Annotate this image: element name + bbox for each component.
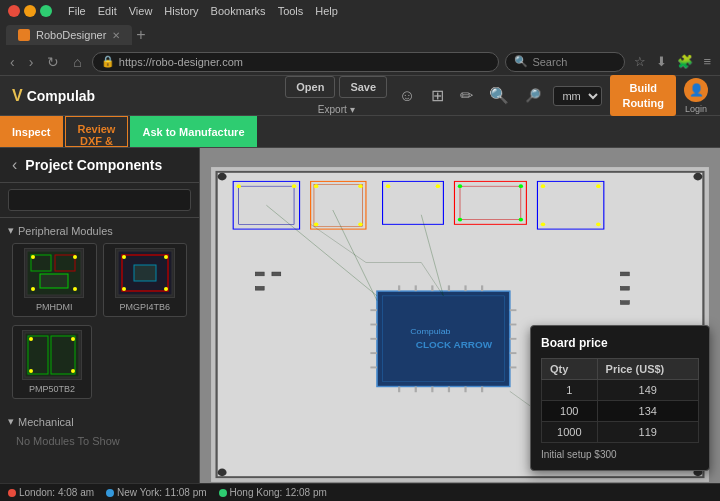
- svg-rect-87: [620, 301, 629, 305]
- close-tab-button[interactable]: ✕: [112, 30, 120, 41]
- menu-bookmarks[interactable]: Bookmarks: [211, 5, 266, 17]
- svg-point-31: [237, 184, 241, 188]
- menu-tools[interactable]: Tools: [278, 5, 304, 17]
- status-london: London: 4:08 am: [8, 487, 94, 498]
- menu-help[interactable]: Help: [315, 5, 338, 17]
- svg-rect-15: [25, 333, 79, 377]
- module-label-pmhdmi: PMHDMI: [36, 302, 73, 312]
- home-button[interactable]: ⌂: [69, 52, 85, 72]
- svg-point-6: [73, 287, 77, 291]
- browser-tab[interactable]: RoboDesigner ✕: [6, 25, 132, 45]
- search-modules-input[interactable]: [8, 189, 191, 211]
- table-row: 1 149: [542, 380, 699, 401]
- url-text: https://robo-designer.com: [119, 56, 243, 68]
- logo-text: Compulab: [27, 88, 95, 104]
- svg-point-44: [458, 184, 462, 188]
- sidebar-back-button[interactable]: ‹: [12, 156, 17, 174]
- save-button[interactable]: Save: [339, 76, 387, 98]
- address-bar[interactable]: 🔒 https://robo-designer.com: [92, 52, 500, 72]
- svg-point-13: [164, 287, 168, 291]
- smiley-tool-icon[interactable]: ☺: [395, 85, 419, 107]
- peripheral-section-label: Peripheral Modules: [18, 225, 113, 237]
- more-icon[interactable]: ≡: [700, 52, 714, 71]
- reload-button[interactable]: ↻: [43, 52, 63, 72]
- menu-edit[interactable]: Edit: [98, 5, 117, 17]
- svg-point-52: [596, 222, 600, 226]
- pencil-tool-icon[interactable]: ✏: [456, 84, 477, 107]
- price-row-2-qty: 100: [542, 401, 598, 422]
- svg-point-26: [693, 173, 702, 181]
- svg-point-18: [29, 337, 33, 341]
- price-popup-title: Board price: [541, 336, 699, 350]
- newyork-time: New York: 11:08 pm: [117, 487, 207, 498]
- new-tab-button[interactable]: +: [136, 26, 145, 44]
- svg-text:CLOCK ARROW: CLOCK ARROW: [416, 341, 493, 350]
- main-content: ‹ Project Components ▾ Peripheral Module…: [0, 148, 720, 501]
- login-text[interactable]: Login: [685, 104, 707, 114]
- tab-bar: RoboDesigner ✕ +: [0, 22, 720, 48]
- app-toolbar-right: Open Save Export ▾ ☺ ⊞ ✏ 🔍 🔎 mm in Build…: [285, 75, 708, 116]
- status-bar: London: 4:08 am New York: 11:08 pm Hong …: [0, 483, 720, 501]
- minimize-window-button[interactable]: [24, 5, 36, 17]
- price-row-3-price: 119: [597, 422, 698, 443]
- open-button[interactable]: Open: [285, 76, 335, 98]
- tab-label: RoboDesigner: [36, 29, 106, 41]
- canvas-area[interactable]: Compulab CLOCK ARROW: [200, 148, 720, 501]
- back-button[interactable]: ‹: [6, 52, 19, 72]
- chevron-down-icon-mech: ▾: [8, 415, 14, 428]
- module-pcb-svg-pmgpi4tb6: [116, 249, 174, 297]
- sidebar-search: [0, 183, 199, 218]
- price-popup: Board price Qty Price (US$) 1 149: [530, 325, 710, 471]
- search-bar[interactable]: 🔍 Search: [505, 52, 625, 72]
- export-button[interactable]: Export ▾: [318, 104, 355, 115]
- svg-rect-84: [255, 286, 264, 290]
- search-placeholder-text: Search: [532, 56, 567, 68]
- ask-manufacture-button[interactable]: Ask to Manufacture: [130, 116, 256, 147]
- maximize-window-button[interactable]: [40, 5, 52, 17]
- window-controls: [8, 5, 52, 17]
- price-table-col-price: Price (US$): [597, 359, 698, 380]
- forward-button[interactable]: ›: [25, 52, 38, 72]
- sidebar: ‹ Project Components ▾ Peripheral Module…: [0, 148, 200, 501]
- extension-icon[interactable]: 🧩: [674, 52, 696, 71]
- london-status-dot: [8, 489, 16, 497]
- grid-tool-icon[interactable]: ⊞: [427, 84, 448, 107]
- svg-rect-85: [620, 272, 629, 276]
- module-card-pmgpi4tb6[interactable]: PMGPI4TB6: [103, 243, 188, 317]
- svg-rect-83: [272, 272, 281, 276]
- mechanical-section-label: Mechanical: [18, 416, 74, 428]
- peripheral-modules-section: ▾ Peripheral Modules: [0, 218, 199, 409]
- mechanical-section-header[interactable]: ▾ Mechanical: [8, 415, 191, 428]
- menu-view[interactable]: View: [129, 5, 153, 17]
- peripheral-section-header[interactable]: ▾ Peripheral Modules: [8, 224, 191, 237]
- menu-file[interactable]: File: [68, 5, 86, 17]
- mechanical-empty-text: No Modules To Show: [8, 431, 128, 451]
- inspect-button[interactable]: Inspect: [0, 116, 63, 147]
- search-icon: 🔍: [514, 55, 528, 68]
- zoom-in-icon[interactable]: 🔍: [485, 84, 513, 107]
- bookmark-icon[interactable]: ☆: [631, 52, 649, 71]
- export-row: Export ▾: [318, 102, 355, 116]
- download-icon[interactable]: ⬇: [653, 52, 670, 71]
- menu-history[interactable]: History: [164, 5, 198, 17]
- hongkong-time: Hong Kong: 12:08 pm: [230, 487, 327, 498]
- module-card-pmp50tb2[interactable]: PMP50TB2: [12, 325, 92, 399]
- app-header: V Compulab Open Save Export ▾ ☺ ⊞ ✏ 🔍 🔎 …: [0, 76, 720, 116]
- close-window-button[interactable]: [8, 5, 20, 17]
- svg-point-50: [596, 184, 600, 188]
- svg-point-49: [541, 184, 545, 188]
- unit-selector[interactable]: mm in: [553, 86, 602, 106]
- user-avatar[interactable]: 👤: [684, 78, 708, 102]
- svg-point-40: [386, 184, 390, 188]
- module-thumb-pmgpi4tb6: [115, 248, 175, 298]
- svg-point-19: [71, 337, 75, 341]
- module-card-pmhdmi[interactable]: PMHDMI: [12, 243, 97, 317]
- open-save-section: Open Save Export ▾: [285, 76, 387, 116]
- build-routing-button[interactable]: Build Routing: [610, 75, 676, 116]
- price-row-2-price: 134: [597, 401, 698, 422]
- london-time: London: 4:08 am: [19, 487, 94, 498]
- status-newyork: New York: 11:08 pm: [106, 487, 207, 498]
- review-dxf-button[interactable]: Review DXF & 3D: [65, 116, 129, 147]
- price-row-1-price: 149: [597, 380, 698, 401]
- zoom-out-icon[interactable]: 🔎: [521, 86, 545, 105]
